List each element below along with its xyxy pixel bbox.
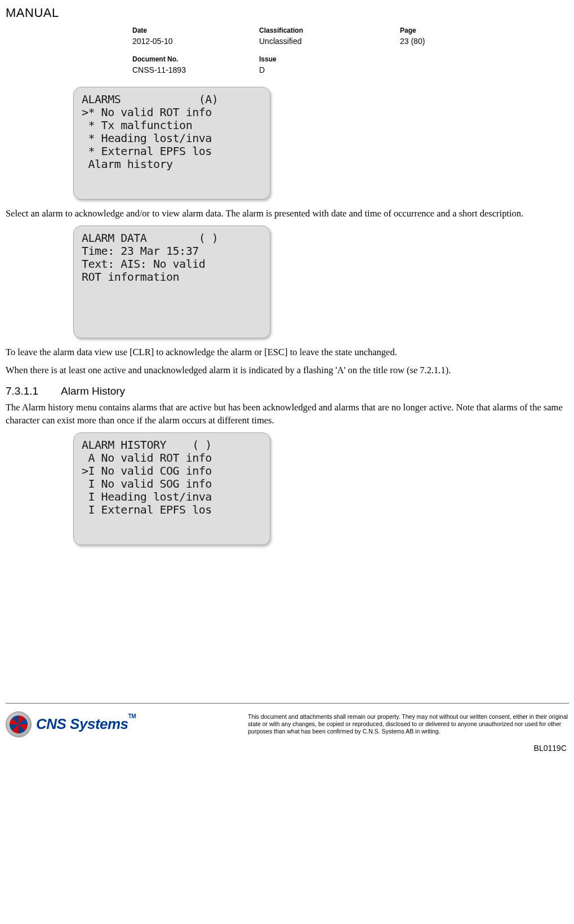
classification-value: Unclassified (259, 36, 400, 47)
page-footer: CNS SystemsTM This document and attachme… (6, 703, 569, 737)
docno-label: Document No. (132, 55, 259, 64)
footer-disclaimer: This document and attachments shall rema… (248, 713, 569, 735)
metadata-block: Date 2012-05-10 Classification Unclassif… (132, 26, 569, 76)
page-label: Page (400, 26, 468, 35)
paragraph: Select an alarm to acknowledge and/or to… (6, 207, 569, 220)
classification-label: Classification (259, 26, 400, 35)
manual-title: MANUAL (6, 5, 569, 21)
section-title: Alarm History (61, 384, 125, 399)
section-heading: 7.3.1.1 Alarm History (6, 384, 569, 399)
compass-star-icon (6, 711, 32, 737)
lcd-text: ALARM HISTORY ( ) A No valid ROT info >I… (82, 439, 268, 516)
date-label: Date (132, 26, 259, 35)
lcd-screen-alarm-history: ALARM HISTORY ( ) A No valid ROT info >I… (73, 432, 270, 545)
section-number: 7.3.1.1 (6, 384, 38, 399)
page-value: 23 (80) (400, 36, 468, 47)
paragraph: The Alarm history menu contains alarms t… (6, 401, 569, 427)
date-value: 2012-05-10 (132, 36, 259, 47)
docno-value: CNSS-11-1893 (132, 65, 259, 76)
issue-label: Issue (259, 55, 400, 64)
lcd-text: ALARM DATA ( ) Time: 23 Mar 15:37 Text: … (82, 232, 268, 284)
company-logo: CNS SystemsTM (6, 711, 136, 737)
issue-value: D (259, 65, 400, 76)
paragraph: To leave the alarm data view use [CLR] t… (6, 346, 569, 359)
company-name: CNS SystemsTM (36, 714, 136, 734)
document-code: BL0119C (6, 743, 567, 754)
paragraph: When there is at least one active and un… (6, 364, 569, 377)
lcd-screen-alarms: ALARMS (A) >* No valid ROT info * Tx mal… (73, 87, 270, 200)
lcd-text: ALARMS (A) >* No valid ROT info * Tx mal… (82, 93, 268, 171)
lcd-screen-alarm-data: ALARM DATA ( ) Time: 23 Mar 15:37 Text: … (73, 226, 270, 338)
